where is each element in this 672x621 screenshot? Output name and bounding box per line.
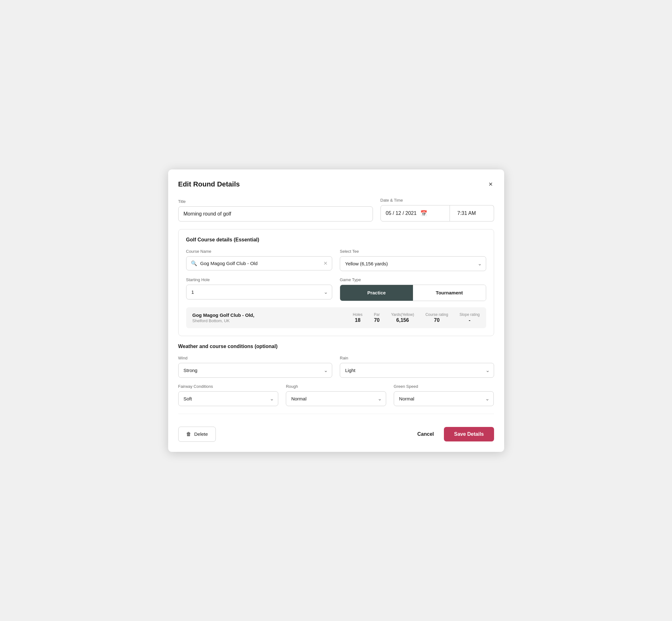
course-info-location: Shelford Bottom, UK	[193, 318, 353, 323]
calendar-icon: 📅	[420, 210, 427, 217]
save-details-button[interactable]: Save Details	[444, 427, 494, 442]
rain-dropdown[interactable]: Light	[340, 363, 494, 378]
fairway-dropdown[interactable]: Soft	[178, 391, 279, 406]
fairway-select-wrap: Soft ⌄	[178, 391, 279, 406]
golf-course-section: Golf Course details (Essential) Course N…	[178, 229, 494, 336]
footer-divider	[178, 414, 494, 414]
stat-course-rating: Course rating 70	[425, 313, 448, 323]
practice-toggle-button[interactable]: Practice	[340, 285, 413, 301]
course-name-input-wrap[interactable]: 🔍 ✕	[186, 256, 333, 271]
select-tee-dropdown[interactable]: Yellow (6,156 yards)	[340, 256, 486, 271]
title-field-group: Title	[178, 199, 373, 221]
tournament-toggle-button[interactable]: Tournament	[413, 285, 486, 301]
game-type-label: Game Type	[340, 277, 486, 282]
green-speed-dropdown[interactable]: Normal	[394, 391, 494, 406]
stat-holes: Holes 18	[353, 313, 363, 323]
wind-select-wrap: Strong ⌄	[178, 363, 333, 378]
top-fields: Title Date & Time 05 / 12 / 2021 📅 7:31 …	[178, 198, 494, 221]
select-tee-label: Select Tee	[340, 249, 486, 254]
yards-value: 6,156	[396, 318, 409, 323]
hole-gametype-row: Starting Hole 1 ⌄ Game Type Practice Tou…	[186, 277, 486, 301]
course-info-bar: Gog Magog Golf Club - Old, Shelford Bott…	[186, 307, 486, 328]
course-tee-row: Course Name 🔍 ✕ Select Tee Yellow (6,156…	[186, 249, 486, 271]
rain-select-wrap: Light ⌄	[340, 363, 494, 378]
course-info-name: Gog Magog Golf Club - Old, Shelford Bott…	[193, 313, 353, 323]
starting-hole-wrap: 1 ⌄	[186, 285, 333, 299]
footer-right: Cancel Save Details	[415, 427, 494, 442]
fairway-rough-green-row: Fairway Conditions Soft ⌄ Rough Normal ⌄	[178, 384, 494, 406]
time-field[interactable]: 7:31 AM	[450, 205, 494, 221]
weather-section: Weather and course conditions (optional)…	[178, 344, 494, 406]
rough-label: Rough	[286, 384, 386, 389]
wind-dropdown[interactable]: Strong	[178, 363, 333, 378]
course-rating-label: Course rating	[425, 313, 448, 317]
close-button[interactable]: ×	[488, 179, 494, 189]
datetime-label: Date & Time	[380, 198, 494, 203]
footer-row: 🗑 Delete Cancel Save Details	[178, 422, 494, 442]
select-tee-wrap: Yellow (6,156 yards) ⌄	[340, 256, 486, 271]
holes-label: Holes	[353, 313, 363, 317]
weather-section-title: Weather and course conditions (optional)	[178, 344, 494, 349]
wind-rain-row: Wind Strong ⌄ Rain Light ⌄	[178, 356, 494, 378]
stat-yards: Yards(Yellow) 6,156	[391, 313, 414, 323]
course-info-name-text: Gog Magog Golf Club - Old,	[193, 313, 353, 318]
course-stats: Holes 18 Par 70 Yards(Yellow) 6,156 Cour…	[353, 313, 479, 323]
time-value: 7:31 AM	[458, 210, 476, 216]
cancel-button[interactable]: Cancel	[415, 427, 436, 442]
slope-rating-value: -	[469, 318, 470, 323]
date-field[interactable]: 05 / 12 / 2021 📅	[380, 205, 450, 221]
modal-header: Edit Round Details ×	[178, 179, 494, 189]
date-value: 05 / 12 / 2021	[386, 210, 417, 216]
wind-group: Wind Strong ⌄	[178, 356, 333, 378]
rain-group: Rain Light ⌄	[340, 356, 494, 378]
par-value: 70	[374, 318, 380, 323]
wind-label: Wind	[178, 356, 333, 360]
fairway-label: Fairway Conditions	[178, 384, 279, 389]
stat-slope-rating: Slope rating -	[459, 313, 479, 323]
course-name-label: Course Name	[186, 249, 333, 254]
starting-hole-label: Starting Hole	[186, 277, 333, 282]
green-speed-group: Green Speed Normal ⌄	[394, 384, 494, 406]
clear-icon[interactable]: ✕	[323, 260, 328, 266]
game-type-group: Game Type Practice Tournament	[340, 277, 486, 301]
title-input[interactable]	[178, 206, 373, 221]
datetime-field-group: Date & Time 05 / 12 / 2021 📅 7:31 AM	[380, 198, 494, 221]
slope-rating-label: Slope rating	[459, 313, 479, 317]
date-time-wrap: 05 / 12 / 2021 📅 7:31 AM	[380, 205, 494, 221]
rough-group: Rough Normal ⌄	[286, 384, 386, 406]
rain-label: Rain	[340, 356, 494, 360]
delete-label: Delete	[194, 431, 208, 437]
par-label: Par	[374, 313, 380, 317]
edit-round-modal: Edit Round Details × Title Date & Time 0…	[168, 169, 504, 452]
green-speed-select-wrap: Normal ⌄	[394, 391, 494, 406]
select-tee-group: Select Tee Yellow (6,156 yards) ⌄	[340, 249, 486, 271]
course-name-group: Course Name 🔍 ✕	[186, 249, 333, 271]
yards-label: Yards(Yellow)	[391, 313, 414, 317]
rough-select-wrap: Normal ⌄	[286, 391, 386, 406]
course-rating-value: 70	[434, 318, 440, 323]
title-label: Title	[178, 199, 373, 204]
trash-icon: 🗑	[186, 431, 191, 437]
game-type-toggle: Practice Tournament	[340, 285, 486, 301]
golf-section-title: Golf Course details (Essential)	[186, 237, 486, 243]
fairway-group: Fairway Conditions Soft ⌄	[178, 384, 279, 406]
starting-hole-dropdown[interactable]: 1	[186, 285, 333, 299]
modal-title: Edit Round Details	[178, 180, 240, 189]
rough-dropdown[interactable]: Normal	[286, 391, 386, 406]
starting-hole-group: Starting Hole 1 ⌄	[186, 277, 333, 301]
stat-par: Par 70	[374, 313, 380, 323]
course-name-input[interactable]	[200, 261, 321, 266]
search-icon: 🔍	[191, 260, 197, 266]
green-speed-label: Green Speed	[394, 384, 494, 389]
holes-value: 18	[355, 318, 361, 323]
delete-button[interactable]: 🗑 Delete	[178, 427, 216, 442]
